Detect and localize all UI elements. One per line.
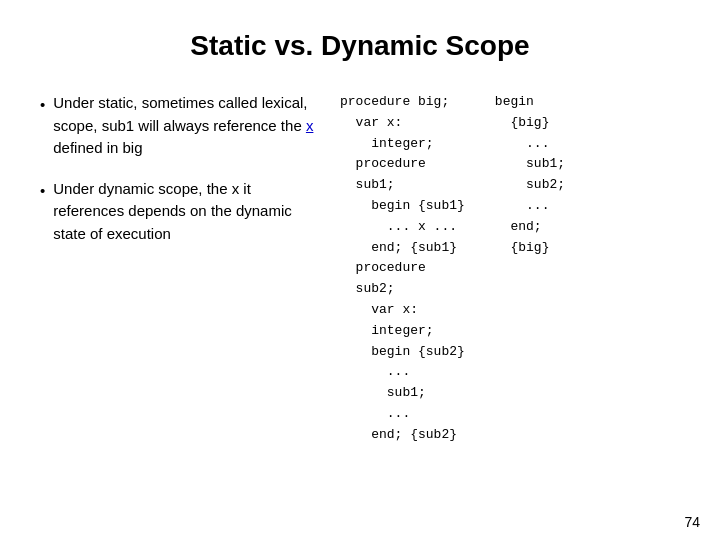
page-number: 74: [684, 514, 700, 530]
bullet-text-1: Under static, sometimes called lexical, …: [53, 92, 320, 160]
code-area: procedure big; var x: integer; procedure…: [340, 92, 680, 446]
highlight-x-1: x: [306, 117, 314, 134]
bullet-list: • Under static, sometimes called lexical…: [40, 92, 320, 263]
slide-title: Static vs. Dynamic Scope: [40, 30, 680, 62]
bullet-text-2: Under dynamic scope, the x it references…: [53, 178, 320, 246]
bullet-dot-1: •: [40, 94, 45, 160]
code-block-left: procedure big; var x: integer; procedure…: [340, 92, 465, 446]
bullet-item-2: • Under dynamic scope, the x it referenc…: [40, 178, 320, 246]
bullet-dot-2: •: [40, 180, 45, 246]
code-block-right: begin {big} ... sub1; sub2; ... end; {bi…: [495, 92, 565, 446]
slide: Static vs. Dynamic Scope • Under static,…: [0, 0, 720, 540]
bullet-item-1: • Under static, sometimes called lexical…: [40, 92, 320, 160]
content-area: • Under static, sometimes called lexical…: [40, 92, 680, 446]
